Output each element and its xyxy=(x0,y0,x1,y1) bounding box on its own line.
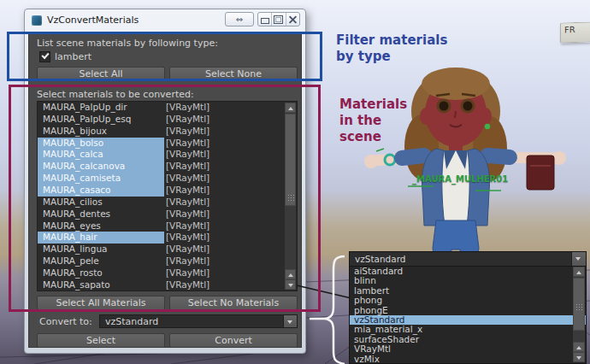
material-row[interactable]: MAURA_PalpUp_dir [VRayMtl] xyxy=(38,102,297,114)
vzconvertmaterials-window: VzConvertMaterials ⇔ List scene material… xyxy=(24,9,306,354)
dropdown-option[interactable]: vzMix xyxy=(350,355,586,364)
character-bracelet xyxy=(385,155,395,165)
select-all-materials-button[interactable]: Select All Materials xyxy=(37,296,165,310)
filter-annotation-text: Filter materials by type xyxy=(336,32,447,65)
character-earring xyxy=(485,124,490,129)
material-row[interactable]: MAURA_bijoux [VRayMtl] xyxy=(38,126,297,138)
dropdown-scrollbar[interactable] xyxy=(573,267,585,362)
material-row[interactable]: MAURA_lingua [VRayMtl] xyxy=(38,244,297,255)
materials-list[interactable]: MAURA_PalpUp_dir [VRayMtl] MAURA_PalpUp_… xyxy=(37,101,298,291)
convert-button[interactable]: Convert xyxy=(169,333,298,348)
material-row[interactable]: MAURA_rosto [VRayMtl] xyxy=(38,267,297,279)
window-title: VzConvertMaterials xyxy=(47,15,139,26)
materials-annotation-text: Materials in the scene xyxy=(339,97,407,144)
material-row[interactable]: MAURA_calcanova [VRayMtl] xyxy=(38,161,297,173)
material-row[interactable]: MAURA_pele [VRayMtl] xyxy=(38,255,297,267)
character-jacket xyxy=(402,149,510,226)
character-arms xyxy=(364,151,566,168)
shader-type-dropdown-panel: vzStandard aiStandard blinn lambert phon… xyxy=(349,251,587,364)
character-face xyxy=(420,68,492,147)
scrollbar-thumb[interactable] xyxy=(285,114,296,206)
checkbox-icon xyxy=(39,51,50,62)
app-icon xyxy=(32,15,42,26)
dock-toggle-button[interactable]: ⇔ xyxy=(225,12,254,26)
viewport-corner-panel: FR xyxy=(560,21,590,43)
title-bar[interactable]: VzConvertMaterials ⇔ xyxy=(25,9,305,32)
close-button[interactable] xyxy=(286,13,299,26)
restore-icon xyxy=(274,15,283,24)
dropdown-option[interactable]: lambert xyxy=(350,286,586,296)
material-row[interactable]: MAURA_hair [VRayMtl] xyxy=(38,232,297,244)
character-model xyxy=(340,44,590,273)
scroll-up-button[interactable] xyxy=(573,267,585,277)
chevron-down-icon[interactable] xyxy=(571,252,586,266)
chevron-down-icon[interactable] xyxy=(283,315,297,327)
select-none-types-button[interactable]: Select None xyxy=(169,67,298,81)
materials-scrollbar[interactable] xyxy=(285,103,296,290)
scroll-down-button[interactable] xyxy=(573,352,585,362)
dropdown-option[interactable]: aiStandard xyxy=(350,267,586,276)
swap-icon: ⇔ xyxy=(236,15,243,24)
material-row[interactable]: MAURA_cilios [VRayMtl] xyxy=(38,197,297,208)
material-row[interactable]: MAURA_PalpUp_esq [VRayMtl] xyxy=(38,114,297,126)
material-row[interactable]: MAURA_casaco [VRayMtl] xyxy=(38,185,297,197)
dropdown-option-list[interactable]: aiStandard blinn lambert phong phongE vz… xyxy=(349,267,587,364)
character-hair xyxy=(404,68,507,181)
filter-section-label: List scene materials by following type: xyxy=(37,38,218,49)
character-purse xyxy=(527,156,554,190)
grip-icon xyxy=(575,303,582,311)
material-row[interactable]: MAURA_calca [VRayMtl] xyxy=(38,149,297,161)
scroll-up-button-2[interactable] xyxy=(573,342,585,352)
dropdown-option[interactable]: VRayMtl xyxy=(350,344,586,354)
materials-section-label: Select materials to be converted: xyxy=(37,89,194,100)
close-icon xyxy=(288,15,298,24)
minimize-icon xyxy=(261,18,269,24)
dropdown-value-field[interactable]: vzStandard xyxy=(349,251,587,267)
selected-object-label: _MAURA_MULHER01 xyxy=(412,174,508,184)
scroll-up-button-2[interactable] xyxy=(285,269,296,279)
select-all-types-button[interactable]: Select All xyxy=(37,67,165,81)
scrollbar-thumb[interactable] xyxy=(573,278,585,331)
character-shirt xyxy=(436,144,475,224)
scroll-up-button[interactable] xyxy=(285,103,296,113)
dialog-client-area: List scene materials by following type: … xyxy=(28,32,302,348)
minimize-button[interactable] xyxy=(258,13,271,26)
material-row[interactable]: MAURA_bolso [VRayMtl] xyxy=(38,138,297,150)
select-no-materials-button[interactable]: Select No Materials xyxy=(169,296,298,310)
filter-type-checkbox[interactable]: lambert xyxy=(39,51,91,62)
material-row[interactable]: MAURA_dentes [VRayMtl] xyxy=(38,208,297,220)
convert-to-dropdown[interactable]: vzStandard xyxy=(99,314,298,328)
scroll-down-button[interactable] xyxy=(285,279,296,290)
maximize-button[interactable] xyxy=(271,13,285,26)
material-row[interactable]: MAURA_eyes [VRayMtl] xyxy=(38,220,297,232)
material-row[interactable]: MAURA_sapato [VRayMtl] xyxy=(38,279,297,291)
material-row[interactable]: MAURA_camiseta [VRayMtl] xyxy=(38,173,297,185)
convert-to-label: Convert to: xyxy=(39,316,92,327)
grip-icon xyxy=(287,194,294,202)
select-button[interactable]: Select xyxy=(37,333,165,348)
